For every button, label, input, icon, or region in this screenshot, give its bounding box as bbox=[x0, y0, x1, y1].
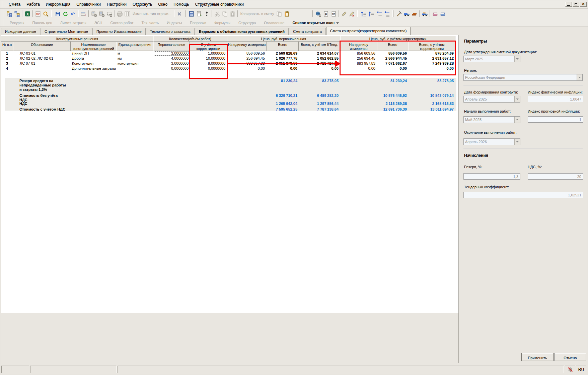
sort-updown-icon[interactable] bbox=[203, 10, 211, 17]
cell-name[interactable]: Линия ЭП bbox=[71, 51, 116, 56]
toolbar-grip[interactable] bbox=[2, 1, 3, 7]
server-settings-icon[interactable] bbox=[90, 10, 98, 17]
document-add-icon[interactable]: + bbox=[195, 10, 203, 17]
cell-qty-adjusted[interactable]: 0,0000000 bbox=[190, 66, 227, 76]
tree-structure-icon[interactable] bbox=[6, 10, 13, 17]
page-p-icon[interactable]: P bbox=[322, 10, 330, 17]
clipboard-icon[interactable] bbox=[283, 10, 291, 17]
cell-price-total[interactable]: 1 026 777,78 bbox=[267, 56, 299, 61]
cell-price-total-ktend[interactable]: 0,00 bbox=[299, 66, 340, 76]
cell-unit[interactable]: конструкция bbox=[116, 61, 153, 66]
indent-increase-alt-icon[interactable] bbox=[368, 10, 375, 17]
cell-adj-total[interactable]: 7 071 662,67 bbox=[377, 61, 408, 66]
cell-qty-initial[interactable]: 0,0000000 bbox=[153, 66, 190, 76]
cell-adj-total-corr[interactable]: 0,00 bbox=[408, 66, 455, 76]
indent-decrease-icon[interactable] bbox=[375, 10, 383, 17]
delete-x-icon[interactable] bbox=[175, 10, 183, 17]
toolbar-grip[interactable] bbox=[312, 10, 313, 17]
reserve-input[interactable]: 1,3 bbox=[463, 173, 520, 180]
catalog-pink-book-icon[interactable] bbox=[431, 10, 439, 17]
search-icon[interactable] bbox=[42, 10, 50, 17]
machines-truck-icon[interactable] bbox=[403, 10, 411, 17]
cell-price-unit[interactable]: 256 694,45 bbox=[227, 56, 267, 61]
tab-ishodnye-dannye[interactable]: Исходные данные bbox=[1, 28, 40, 35]
menu-otdohnut[interactable]: Отдохнуть bbox=[130, 1, 155, 8]
minimize-button[interactable] bbox=[565, 2, 572, 7]
menu-spravochniki[interactable]: Справочники bbox=[73, 1, 104, 8]
cancel-button[interactable]: Отмена bbox=[554, 353, 586, 361]
menu-rabota[interactable]: Работа bbox=[23, 1, 43, 8]
cell-adj-unit[interactable]: 256 694,45 bbox=[340, 56, 377, 61]
cell-price-total-ktend[interactable]: 2 634 614,07 bbox=[299, 51, 340, 56]
cell-name[interactable]: Дорога bbox=[71, 56, 116, 61]
cell-adj-total[interactable]: 0,00 bbox=[377, 66, 408, 76]
cell-price-total[interactable]: 2 569 828,69 bbox=[267, 51, 299, 56]
menu-informaciya[interactable]: Информация bbox=[43, 1, 73, 8]
contract-date-select[interactable]: Апрель 2025 bbox=[463, 96, 520, 103]
menu-strukturnye-spravochniki[interactable]: Структурные справочники bbox=[192, 1, 247, 8]
vat-input[interactable]: 20 bbox=[528, 173, 583, 180]
resources-pick-icon[interactable] bbox=[395, 10, 403, 17]
cell-unit[interactable] bbox=[116, 66, 153, 76]
tab-tehnicheskogo-zakazchika[interactable]: Технического заказчика bbox=[146, 28, 195, 35]
toolbar-grip[interactable] bbox=[51, 10, 52, 17]
restore-button[interactable] bbox=[573, 2, 579, 7]
cell-num[interactable]: 1 bbox=[1, 51, 13, 56]
refresh-icon[interactable] bbox=[62, 10, 69, 17]
cell-adj-total[interactable]: 2 566 944,45 bbox=[377, 56, 408, 61]
undo-icon[interactable] bbox=[69, 10, 77, 17]
cell-name[interactable]: Дополнительные затраты bbox=[71, 66, 116, 76]
indent-decrease-alt-icon[interactable] bbox=[383, 10, 391, 17]
cell-price-total-ktend[interactable]: 1 052 662,85 bbox=[299, 56, 340, 61]
cell-num[interactable]: 3 bbox=[1, 61, 13, 66]
cell-num[interactable]: 2 bbox=[1, 56, 13, 61]
cell-unit[interactable]: км bbox=[116, 56, 153, 61]
menu-smeta[interactable]: Смета bbox=[6, 1, 23, 8]
tree-add-icon[interactable] bbox=[13, 10, 21, 17]
close-button[interactable]: × bbox=[580, 2, 587, 7]
edit-pencil-icon[interactable] bbox=[340, 10, 348, 17]
indent-increase-icon[interactable] bbox=[360, 10, 368, 17]
edit-pencil-x-icon[interactable] bbox=[348, 10, 356, 17]
page-pr-icon[interactable]: ПР bbox=[330, 10, 338, 17]
cell-basis[interactable]: ЛС 07-01 bbox=[13, 61, 71, 66]
cell-adj-unit[interactable]: 856 609,56 bbox=[340, 51, 377, 56]
toolbar-grip[interactable] bbox=[392, 10, 393, 17]
server-settings-alt-icon[interactable] bbox=[98, 10, 105, 17]
cell-adj-unit[interactable]: 883 957,83 bbox=[340, 61, 377, 66]
catalog-blue-book-icon[interactable] bbox=[439, 10, 447, 17]
cell-adj-total-corr[interactable]: 2 631 657,12 bbox=[408, 56, 455, 61]
export-window-icon[interactable]: * bbox=[80, 10, 87, 17]
cell-price-unit[interactable]: 856 609,56 bbox=[227, 51, 267, 56]
work-end-select[interactable]: Апрель 2026 bbox=[463, 138, 520, 145]
tender-coef-input[interactable]: 1,02521 bbox=[463, 192, 583, 198]
menu-okno[interactable]: Окно bbox=[155, 1, 170, 8]
open-windows-dropdown[interactable]: Список открытых окон bbox=[288, 21, 343, 25]
apply-button[interactable]: Применить bbox=[521, 353, 554, 361]
cell-basis[interactable]: ЛС-03-01 bbox=[13, 51, 71, 56]
cell-basis[interactable]: ЛС-02-02, ЛС-02-01 bbox=[13, 56, 71, 61]
cell-qty-adjusted[interactable]: 8,0000000 bbox=[190, 61, 227, 66]
actual-inflation-input[interactable]: 1,0047 bbox=[528, 96, 583, 102]
pdf-export-icon[interactable]: PDF bbox=[34, 10, 42, 17]
cell-qty-initial[interactable]: 4,0000000 bbox=[153, 56, 190, 61]
cell-adj-total-corr[interactable]: 878 204,69 bbox=[408, 51, 455, 56]
cell-qty-adjusted[interactable]: 1,0000000 bbox=[190, 51, 227, 56]
menu-nastroyki[interactable]: Настройки bbox=[104, 1, 130, 8]
tab-smeta-kontrakta-korrektirovka[interactable]: Смета контракта(корректировка количества… bbox=[326, 27, 411, 35]
cell-qty-initial[interactable]: 3,0000000 bbox=[153, 51, 190, 56]
tab-stroitelno-montazhnye[interactable]: Строительно-Монтажные bbox=[41, 28, 92, 35]
approval-date-select[interactable]: Март 2025 bbox=[463, 56, 520, 62]
cell-adj-unit[interactable]: 0,00 bbox=[340, 66, 377, 76]
cell-qty-adjusted[interactable]: 10,0000000 bbox=[190, 56, 227, 61]
save-icon[interactable] bbox=[54, 10, 62, 17]
calculator-icon[interactable] bbox=[188, 10, 195, 17]
cell-num[interactable]: 4 bbox=[1, 66, 13, 76]
tab-proektno-izyskatelskie[interactable]: Проектно-Изыскательские bbox=[92, 28, 146, 35]
cell-adj-total[interactable]: 856 609,56 bbox=[377, 51, 408, 56]
cell-price-unit[interactable]: 0,00 bbox=[227, 66, 267, 76]
cell-price-total[interactable]: 0,00 bbox=[267, 66, 299, 76]
tab-vedomost-obemov[interactable]: Ведомость объёмов конструктивных решений bbox=[195, 28, 289, 35]
region-select[interactable]: Российская Федерация bbox=[463, 74, 583, 81]
cell-name[interactable]: Конструкция bbox=[71, 61, 116, 66]
